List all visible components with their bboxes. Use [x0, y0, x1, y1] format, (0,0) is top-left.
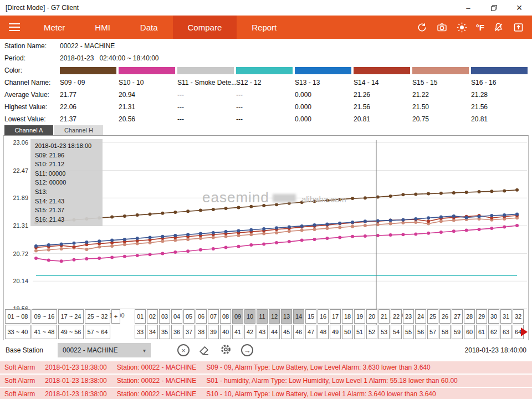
expand-button[interactable]: + [111, 309, 120, 324]
nav-item-compare[interactable]: Compare [173, 16, 237, 39]
channel-number-button[interactable]: 34 [147, 325, 158, 339]
channel-number-button[interactable]: 20 [366, 309, 377, 324]
channel-number-button[interactable]: 18 [342, 309, 353, 324]
channel-number-button[interactable]: 26 [439, 309, 451, 324]
channel-number-button[interactable]: 62 [488, 325, 499, 339]
channel-group-button[interactable]: 33 ~ 40 [5, 325, 30, 339]
channel-number-button[interactable]: 12 [269, 309, 280, 324]
nav-item-report[interactable]: Report [237, 16, 291, 39]
channel-number-button[interactable]: 25 [427, 309, 438, 324]
nav-item-hmi[interactable]: HMI [80, 16, 125, 39]
data-point [249, 228, 253, 232]
channel-number-button[interactable]: 05 [183, 309, 195, 324]
channel-number-button[interactable]: 56 [415, 325, 426, 339]
channel-number-button[interactable]: 04 [171, 309, 182, 324]
channel-number-button[interactable]: 37 [183, 325, 195, 339]
channel-number-button[interactable]: 57 [427, 325, 438, 339]
channel-number-button[interactable]: 48 [318, 325, 329, 339]
channel-number-button[interactable]: 02 [147, 309, 158, 324]
brightness-sun-icon[interactable] [456, 22, 468, 33]
channel-number-button[interactable]: 49 [330, 325, 341, 339]
channel-number-button[interactable]: 14 [293, 309, 304, 324]
alarm-row[interactable]: Soft Alarm2018-01-23 18:38:00Station: 00… [0, 375, 532, 387]
next-page-arrow[interactable] [521, 328, 528, 336]
channel-number-button[interactable]: 35 [159, 325, 170, 339]
tab-channel-a[interactable]: Channel A [4, 125, 53, 135]
channel-number-button[interactable]: 16 [318, 309, 329, 324]
channel-number-button[interactable]: 50 [342, 325, 353, 339]
channel-group-button[interactable]: 41 ~ 48 [32, 325, 57, 339]
channel-number-button[interactable]: 01 [135, 309, 146, 324]
channel-number-button[interactable]: 52 [366, 325, 377, 339]
camera-icon[interactable] [436, 22, 448, 33]
channel-number-button[interactable]: 10 [244, 309, 255, 324]
channel-number-button[interactable]: 13 [281, 309, 292, 324]
temperature-unit-button[interactable]: °F [476, 23, 484, 32]
channel-number-button[interactable]: 28 [464, 309, 475, 324]
channel-number-button[interactable]: 36 [171, 325, 182, 339]
channel-number-button[interactable]: 44 [269, 325, 280, 339]
alarm-row[interactable]: Soft Alarm2018-01-23 18:38:00Station: 00… [0, 388, 532, 399]
channel-group-button[interactable]: 49 ~ 56 [58, 325, 84, 339]
channel-number-button[interactable]: 03 [159, 309, 170, 324]
channel-number-button[interactable]: 38 [196, 325, 207, 339]
channel-number-button[interactable]: 06 [196, 309, 207, 324]
channel-number-button[interactable]: 15 [305, 309, 316, 324]
close-button[interactable]: × [507, 0, 532, 16]
channel-number-button[interactable]: 41 [232, 325, 243, 339]
channel-number-button[interactable]: 19 [354, 309, 365, 324]
export-icon[interactable] [513, 22, 524, 33]
nav-item-data[interactable]: Data [125, 16, 173, 39]
channel-number-button[interactable]: 55 [403, 325, 414, 339]
channel-number-button[interactable]: 45 [281, 325, 292, 339]
channel-number-button[interactable]: 43 [257, 325, 268, 339]
alarm-row[interactable]: Soft Alarm2018-01-23 18:38:00Station: 00… [0, 361, 532, 374]
channel-number-button[interactable]: 31 [500, 309, 511, 324]
channel-number-button[interactable]: 47 [305, 325, 316, 339]
channel-number-button[interactable]: 51 [354, 325, 365, 339]
channel-number-button[interactable]: 24 [415, 309, 426, 324]
channel-number-button[interactable]: 61 [476, 325, 487, 339]
channel-number-button[interactable]: 08 [220, 309, 231, 324]
channel-number-button[interactable]: 60 [464, 325, 475, 339]
channel-number-button[interactable]: 54 [391, 325, 402, 339]
channel-number-button[interactable]: 23 [403, 309, 414, 324]
channel-group-button[interactable]: 25 ~ 32 [85, 309, 110, 324]
nav-item-meter[interactable]: Meter [29, 16, 80, 39]
channel-group-button[interactable]: 57 ~ 64 [85, 325, 110, 339]
channel-number-button[interactable]: 30 [488, 309, 499, 324]
channel-color-swatch [177, 67, 234, 74]
channel-number-button[interactable]: 53 [378, 325, 390, 339]
channel-group-button[interactable]: 01 ~ 08 [5, 309, 30, 324]
channel-number-button[interactable]: 27 [452, 309, 463, 324]
settings-gear-icon[interactable] [219, 343, 232, 357]
channel-number-button[interactable]: 33 [135, 325, 146, 339]
menu-icon[interactable] [0, 16, 29, 39]
channel-number-button[interactable]: 07 [208, 309, 219, 324]
eraser-icon[interactable] [198, 344, 211, 357]
go-icon[interactable]: → [241, 344, 253, 356]
channel-number-button[interactable]: 42 [244, 325, 255, 339]
channel-number-button[interactable]: 63 [500, 325, 511, 339]
maximize-button[interactable] [481, 0, 507, 16]
channel-number-button[interactable]: 59 [452, 325, 463, 339]
channel-number-button[interactable]: 40 [220, 325, 231, 339]
sync-icon[interactable] [416, 22, 428, 33]
channel-number-button[interactable]: 21 [378, 309, 390, 324]
channel-number-button[interactable]: 17 [330, 309, 341, 324]
channel-group-button[interactable]: 09 ~ 16 [32, 309, 57, 324]
base-station-dropdown[interactable]: 00022 - MACHINE ▾ [58, 343, 151, 357]
alarm-bell-icon[interactable] [493, 22, 504, 33]
channel-group-button[interactable]: 17 ~ 24 [58, 309, 84, 324]
channel-number-button[interactable]: 09 [232, 309, 243, 324]
channel-number-button[interactable]: 58 [439, 325, 451, 339]
channel-number-button[interactable]: 22 [391, 309, 402, 324]
cancel-icon[interactable]: × [177, 344, 190, 356]
channel-number-button[interactable]: 46 [293, 325, 304, 339]
minimize-button[interactable]: − [456, 0, 481, 16]
channel-number-button[interactable]: 11 [257, 309, 268, 324]
tab-channel-h[interactable]: Channel H [54, 125, 103, 135]
channel-number-button[interactable]: 32 [513, 309, 524, 324]
channel-number-button[interactable]: 39 [208, 325, 219, 339]
channel-number-button[interactable]: 29 [476, 309, 487, 324]
